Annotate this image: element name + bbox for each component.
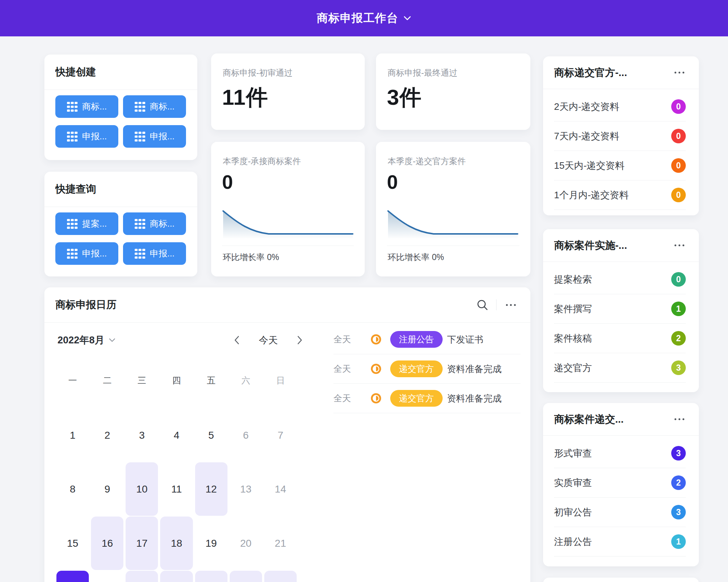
- quick-query-header: 快捷查询: [44, 172, 197, 207]
- calendar-week-row: 15161718192021: [56, 517, 299, 570]
- list-item-3[interactable]: 1个月内-递交资料0: [554, 180, 686, 210]
- today-button[interactable]: 今天: [259, 334, 278, 347]
- calendar-day-19[interactable]: 19: [195, 517, 228, 570]
- list-item-2[interactable]: 初审公告3: [554, 498, 686, 527]
- calendar-day-2[interactable]: 2: [91, 408, 123, 462]
- quick-query-button-1[interactable]: 商标...: [123, 212, 186, 235]
- count-badge: 3: [671, 360, 686, 375]
- weekday-label: 五: [195, 375, 228, 386]
- event-row-0[interactable]: 全天注册公告下发证书: [333, 325, 521, 354]
- list-item-label: 2天内-递交资料: [554, 100, 619, 113]
- chevron-down-icon[interactable]: [403, 16, 411, 21]
- quick-create-button-2[interactable]: 申报...: [55, 125, 118, 148]
- growth-rate-label: 环比增长率 0%: [223, 252, 353, 263]
- prev-month-icon[interactable]: [232, 334, 241, 346]
- grid-icon: [67, 219, 78, 229]
- button-label: 商标...: [82, 101, 107, 112]
- list-item-label: 1个月内-递交资料: [554, 189, 629, 202]
- list-item-label: 7天内-递交资料: [554, 130, 619, 143]
- grid-icon: [67, 249, 78, 259]
- calendar-day-17[interactable]: 17: [126, 517, 158, 570]
- calendar-day-21[interactable]: 21: [264, 517, 297, 570]
- list-item-2[interactable]: 15天内-递交资料0: [554, 151, 686, 180]
- event-title: 资料准备完成: [447, 363, 502, 375]
- calendar-day-9[interactable]: 9: [91, 462, 123, 516]
- calendar-day-22[interactable]: 22: [56, 571, 89, 582]
- calendar-day-14[interactable]: 14: [264, 462, 297, 516]
- count-badge: 2: [671, 331, 686, 346]
- globe-icon: [371, 393, 381, 404]
- right-card-partial: [543, 578, 699, 582]
- stat-card-final-approval: 商标申报-最终通过 3件: [376, 53, 530, 130]
- event-row-2[interactable]: 全天递交官方资料准备完成: [333, 384, 521, 413]
- right-card-header: 商标案件递交...: [543, 403, 699, 436]
- grid-icon: [67, 102, 78, 112]
- calendar-day-20[interactable]: 20: [230, 517, 262, 570]
- list-item-0[interactable]: 提案检索0: [554, 265, 686, 294]
- button-label: 商标...: [150, 218, 174, 230]
- calendar-day-13[interactable]: 13: [230, 462, 262, 516]
- right-card-rows: 2天内-递交资料07天内-递交资料015天内-递交资料01个月内-递交资料0: [543, 89, 699, 210]
- calendar-day-15[interactable]: 15: [56, 517, 89, 570]
- quick-create-button-0[interactable]: 商标...: [55, 95, 118, 118]
- list-item-label: 案件撰写: [554, 303, 592, 315]
- quick-query-button-0[interactable]: 提案...: [55, 212, 118, 235]
- list-item-0[interactable]: 2天内-递交资料0: [554, 92, 686, 121]
- calendar-day-3[interactable]: 3: [126, 408, 158, 462]
- weekday-label: 三: [126, 375, 158, 386]
- weekday-label: 六: [230, 375, 262, 386]
- weekday-label: 四: [160, 375, 193, 386]
- calendar-day-16[interactable]: 16: [91, 517, 123, 570]
- calendar-day-1[interactable]: 1: [56, 408, 89, 462]
- next-month-icon[interactable]: [296, 334, 304, 346]
- calendar-nav: 今天: [232, 330, 304, 350]
- calendar-day-23[interactable]: 23: [91, 571, 123, 582]
- calendar-day-26[interactable]: 26: [195, 571, 228, 582]
- more-icon[interactable]: [504, 302, 518, 308]
- event-time: 全天: [333, 392, 355, 404]
- list-item-1[interactable]: 7天内-递交资料0: [554, 121, 686, 151]
- more-icon[interactable]: [672, 416, 687, 422]
- quick-create-button-1[interactable]: 商标...: [123, 95, 186, 118]
- calendar-header: 商标申报日历: [44, 287, 530, 323]
- list-item-1[interactable]: 实质审查2: [554, 468, 686, 498]
- calendar-day-4[interactable]: 4: [160, 408, 193, 462]
- list-item-2[interactable]: 案件核稿2: [554, 324, 686, 353]
- weekday-label: 日: [264, 375, 297, 386]
- button-label: 申报...: [150, 248, 174, 259]
- list-item-1[interactable]: 案件撰写1: [554, 294, 686, 324]
- month-selector[interactable]: 2022年8月: [58, 330, 115, 350]
- list-item-0[interactable]: 形式审查3: [554, 439, 686, 468]
- calendar-day-5[interactable]: 5: [195, 408, 228, 462]
- list-item-3[interactable]: 注册公告1: [554, 527, 686, 557]
- calendar-day-10[interactable]: 10: [126, 462, 158, 516]
- calendar-day-7[interactable]: 7: [264, 408, 297, 462]
- calendar-day-6[interactable]: 6: [230, 408, 262, 462]
- right-card-title: 商标递交官方-...: [554, 66, 672, 80]
- calendar-day-8[interactable]: 8: [56, 462, 89, 516]
- quick-query-button-3[interactable]: 申报...: [123, 242, 186, 265]
- calendar-day-11[interactable]: 11: [160, 462, 193, 516]
- calendar-day-25[interactable]: 25: [160, 571, 193, 582]
- calendar-day-27[interactable]: 27: [230, 571, 262, 582]
- list-item-3[interactable]: 递交官方3: [554, 353, 686, 383]
- event-row-1[interactable]: 全天递交官方资料准备完成: [333, 354, 521, 384]
- stat-label: 商标申报-初审通过: [211, 53, 365, 79]
- page-title: 商标申报工作台: [317, 11, 398, 26]
- quick-create-button-3[interactable]: 申报...: [123, 125, 186, 148]
- more-icon[interactable]: [672, 242, 687, 248]
- weekday-label: 二: [91, 375, 123, 386]
- calendar-day-28[interactable]: 28: [264, 571, 297, 582]
- month-label: 2022年8月: [58, 334, 104, 347]
- calendar-day-12[interactable]: 12: [195, 462, 228, 516]
- calendar-day-18[interactable]: 18: [160, 517, 193, 570]
- quick-query-title: 快捷查询: [55, 182, 185, 196]
- right-card-case-implementation: 商标案件实施-...提案检索0案件撰写1案件核稿2递交官方3: [543, 229, 699, 392]
- trend-line-chart: [387, 209, 519, 238]
- more-icon[interactable]: [672, 69, 687, 76]
- search-icon[interactable]: [476, 298, 489, 311]
- quick-query-button-2[interactable]: 申报...: [55, 242, 118, 265]
- app-header: 商标申报工作台: [0, 0, 728, 36]
- quick-create-buttons: 商标...商标...申报...申报...: [44, 90, 197, 148]
- calendar-day-24[interactable]: 24: [126, 571, 158, 582]
